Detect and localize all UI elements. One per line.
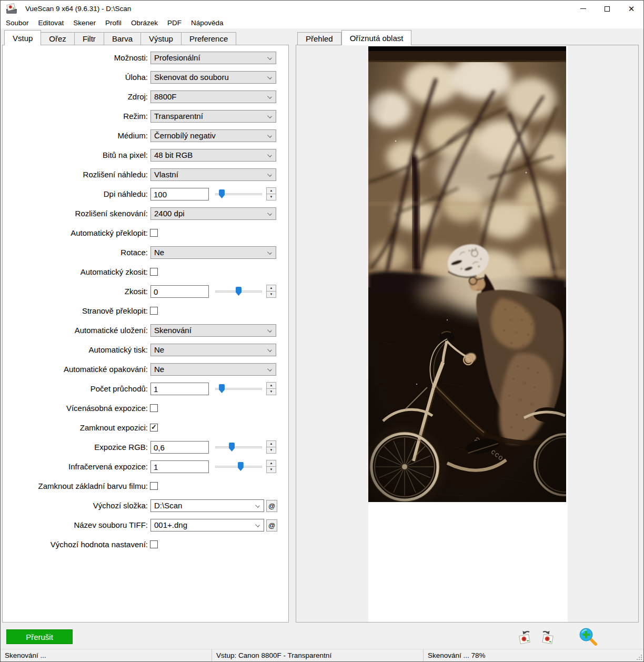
moznosti-selected-value: Profesionální	[154, 53, 200, 62]
preview-panel: Scirocco	[296, 45, 639, 623]
rezim-select[interactable]: Transparentní	[150, 110, 276, 123]
rotace-selected-value: Ne	[154, 248, 164, 257]
maximize-button[interactable]	[595, 1, 619, 17]
tab-oriznuta-oblast[interactable]: Oříznutá oblast	[341, 30, 412, 45]
form-row-automaticky-zkosit: Automatický zkosit:	[3, 266, 288, 278]
automaticke-ulozeni-selected-value: Skenování	[154, 326, 192, 335]
window-title: VueScan 9 x64 (9.6.31) - D:\Scan	[25, 5, 131, 13]
form-row-vychozi-hodnota-nastaveni: Výchozí hodnota nastavení:	[3, 538, 288, 551]
zamknout-zakladni-barvu-filmu-checkbox[interactable]	[150, 482, 158, 490]
spin-down-button[interactable]: ▼	[266, 291, 276, 298]
abort-button[interactable]: Přerušit	[6, 629, 73, 644]
medium-label: Médium:	[3, 129, 148, 142]
dpi-nahledu-spinner[interactable]: ▲▼	[266, 187, 276, 201]
rotate-right-button[interactable]	[540, 629, 556, 645]
menu-item-napoveda[interactable]: Nápověda	[186, 18, 228, 28]
rotate-left-button[interactable]	[517, 629, 532, 645]
menu-item-skener[interactable]: Skener	[68, 18, 100, 28]
slider-thumb[interactable]	[219, 189, 225, 198]
slider-thumb[interactable]	[236, 287, 242, 296]
menu-item-pdf[interactable]: PDF	[163, 18, 186, 28]
pocet-pruchodu-slider[interactable]	[214, 383, 263, 395]
chevron-down-icon	[255, 523, 260, 527]
rotace-label: Rotace:	[3, 246, 148, 259]
chevron-down-icon	[267, 75, 272, 79]
slider-thumb[interactable]	[229, 443, 235, 452]
zkosit-spinner[interactable]: ▲▼	[266, 285, 276, 298]
scanned-photo[interactable]: Scirocco	[368, 46, 566, 502]
bitu-na-pixel-selected-value: 48 bit RGB	[154, 151, 193, 159]
expozice-rgb-input[interactable]	[150, 441, 209, 454]
form-row-automaticke-ulozeni: Automatické uložení:Skenování	[3, 324, 288, 337]
preview-tab-strip: PřehledOříznutá oblast	[297, 31, 411, 45]
form-row-infracervena-expozice: Infračervená expozice:▲▼	[3, 460, 288, 473]
slider-thumb[interactable]	[238, 462, 244, 471]
tab-vstup[interactable]: Vstup	[4, 30, 41, 45]
menu-item-soubor[interactable]: Soubor	[1, 18, 34, 28]
rotace-select[interactable]: Ne	[150, 246, 276, 259]
medium-select[interactable]: Černobílý negativ	[150, 129, 276, 142]
zkosit-slider[interactable]	[214, 285, 263, 298]
zkosit-input[interactable]	[150, 285, 209, 298]
spin-down-button[interactable]: ▼	[266, 194, 276, 200]
nazev-souboru-tiff-at-button[interactable]: @	[266, 519, 277, 531]
spin-down-button[interactable]: ▼	[266, 466, 276, 473]
tab-vystup[interactable]: Výstup	[141, 32, 182, 45]
infracervena-expozice-input[interactable]	[150, 460, 209, 473]
automaticke-opakovani-select[interactable]: Ne	[150, 363, 276, 376]
menu-item-profil[interactable]: Profil	[100, 18, 126, 28]
dpi-nahledu-slider[interactable]	[214, 188, 263, 200]
minimize-button[interactable]	[571, 1, 595, 17]
rozliseni-nahledu-select[interactable]: Vlastní	[150, 168, 276, 181]
dpi-nahledu-input[interactable]	[150, 188, 209, 200]
uloha-selected-value: Skenovat do souboru	[154, 73, 229, 82]
title-bar: VueScan 9 x64 (9.6.31) - D:\Scan ✕	[1, 1, 643, 17]
automaticky-zkosit-checkbox[interactable]	[150, 268, 158, 276]
tab-preference[interactable]: Preference	[182, 32, 236, 45]
rozliseni-skenovani-select[interactable]: 2400 dpi	[150, 207, 276, 220]
status-left: Skenování ...	[1, 649, 212, 661]
infracervena-expozice-spinner[interactable]: ▲▼	[266, 460, 276, 474]
infracervena-expozice-slider[interactable]	[214, 460, 263, 473]
automaticky-tisk-select[interactable]: Ne	[150, 344, 276, 356]
vychozi-slozka-at-button[interactable]: @	[266, 500, 277, 512]
close-button[interactable]: ✕	[619, 1, 643, 17]
zoom-in-button[interactable]	[579, 627, 598, 646]
zamknout-expozici-checkbox[interactable]: ✓	[150, 424, 158, 432]
slider-thumb[interactable]	[219, 384, 225, 393]
pocet-pruchodu-input[interactable]	[150, 383, 209, 395]
tab-orez[interactable]: Ořez	[41, 32, 75, 45]
checkmark-icon: ✓	[151, 423, 157, 431]
automaticky-preklopit-checkbox[interactable]	[150, 229, 158, 237]
vychozi-slozka-select[interactable]: D:\Scan	[150, 499, 264, 512]
stranove-preklopit-checkbox[interactable]	[150, 307, 158, 315]
automaticke-ulozeni-select[interactable]: Skenování	[150, 324, 276, 337]
form-row-rezim: Režim:Transparentní	[3, 110, 288, 123]
tab-barva[interactable]: Barva	[104, 32, 141, 45]
zdroj-select[interactable]: 8800F	[150, 91, 276, 103]
form-row-rotace: Rotace:Ne	[3, 246, 288, 259]
vychozi-hodnota-nastaveni-checkbox[interactable]	[150, 540, 158, 548]
tab-prehled[interactable]: Přehled	[297, 32, 341, 45]
form-row-rozliseni-nahledu: Rozlišení náhledu:Vlastní	[3, 168, 288, 181]
zamknout-expozici-label: Zamknout expozici:	[3, 422, 148, 434]
expozice-rgb-spinner[interactable]: ▲▼	[266, 440, 276, 454]
spin-down-button[interactable]: ▼	[266, 388, 276, 395]
preview-canvas: Scirocco	[368, 46, 568, 622]
form-row-zamknout-expozici: Zamknout expozici:✓	[3, 422, 288, 434]
menu-item-obrazek[interactable]: Obrázek	[126, 18, 163, 28]
menu-item-editovat[interactable]: Editovat	[34, 18, 69, 28]
vicenasobna-expozice-checkbox[interactable]	[150, 404, 158, 412]
chevron-down-icon	[267, 250, 272, 255]
nazev-souboru-tiff-select[interactable]: 001+.dng	[150, 519, 264, 531]
chevron-down-icon	[267, 211, 272, 216]
status-bar: Skenování ... Vstup: Canon 8800F - Trans…	[1, 649, 643, 661]
uloha-select[interactable]: Skenovat do souboru	[150, 71, 276, 84]
moznosti-select[interactable]: Profesionální	[150, 52, 276, 64]
spin-down-button[interactable]: ▼	[266, 447, 276, 454]
expozice-rgb-slider[interactable]	[214, 441, 263, 454]
pocet-pruchodu-spinner[interactable]: ▲▼	[266, 382, 276, 396]
automaticky-tisk-label: Automatický tisk:	[3, 344, 148, 356]
bitu-na-pixel-select[interactable]: 48 bit RGB	[150, 149, 276, 162]
tab-filtr[interactable]: Filtr	[75, 32, 104, 45]
